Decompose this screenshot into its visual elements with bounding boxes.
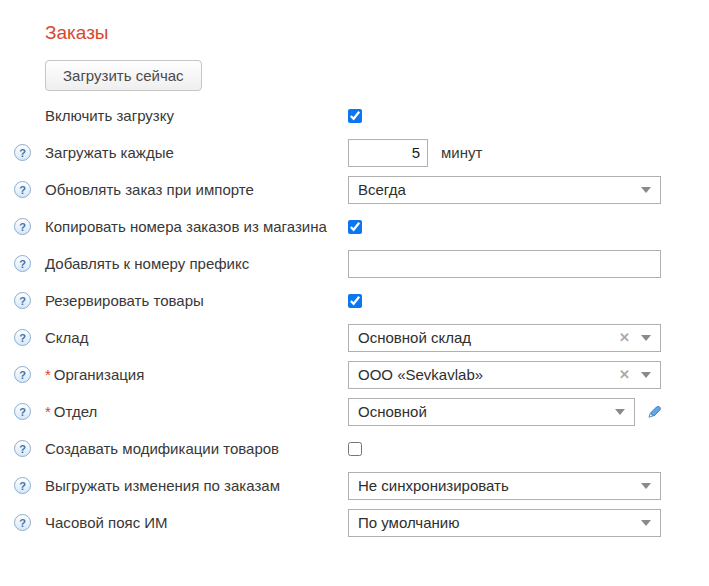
dropdown-arrow-icon[interactable] xyxy=(615,409,625,415)
form-row-export-order-changes: ? Выгружать изменения по заказам Не синх… xyxy=(0,467,709,504)
orders-settings-page: Заказы Загрузить сейчас Включить загрузк… xyxy=(0,0,709,586)
help-icon[interactable]: ? xyxy=(14,181,31,198)
field-label: Копировать номера заказов из магазина xyxy=(45,218,348,235)
department-select[interactable]: Основной xyxy=(348,398,635,426)
form-row-organization: ? *Организация ООО «Sevkavlab» ✕ xyxy=(0,356,709,393)
field-label: Загружать каждые xyxy=(45,144,348,161)
form-row-enable-load: Включить загрузку xyxy=(0,97,709,134)
edit-pencil-icon[interactable] xyxy=(646,403,663,420)
form-row-copy-order-numbers: ? Копировать номера заказов из магазина xyxy=(0,208,709,245)
form-row-reserve-goods: ? Резервировать товары xyxy=(0,282,709,319)
load-interval-input[interactable] xyxy=(348,139,428,167)
select-value: Не синхронизировать xyxy=(358,477,641,494)
reserve-goods-checkbox[interactable] xyxy=(348,294,362,308)
organization-combo[interactable]: ООО «Sevkavlab» ✕ xyxy=(348,361,661,389)
dropdown-arrow-icon[interactable] xyxy=(641,187,651,193)
form-row-update-on-import: ? Обновлять заказ при импорте Всегда xyxy=(0,171,709,208)
clear-icon[interactable]: ✕ xyxy=(619,368,630,381)
dropdown-arrow-icon[interactable] xyxy=(641,372,651,378)
dropdown-arrow-icon[interactable] xyxy=(641,335,651,341)
load-now-button[interactable]: Загрузить сейчас xyxy=(45,60,202,91)
required-asterisk: * xyxy=(45,403,51,420)
field-label: Отдел xyxy=(54,403,97,420)
help-icon[interactable]: ? xyxy=(14,255,31,272)
help-icon[interactable]: ? xyxy=(14,144,31,161)
field-label: Выгружать изменения по заказам xyxy=(45,477,348,494)
select-value: Всегда xyxy=(358,181,641,198)
help-icon[interactable]: ? xyxy=(14,366,31,383)
export-order-changes-select[interactable]: Не синхронизировать xyxy=(348,472,661,500)
field-label: Включить загрузку xyxy=(45,107,348,124)
copy-order-numbers-checkbox[interactable] xyxy=(348,220,362,234)
form-row-load-interval: ? Загружать каждые минут xyxy=(0,134,709,171)
order-prefix-input[interactable] xyxy=(348,250,661,278)
help-icon[interactable]: ? xyxy=(14,403,31,420)
page-title: Заказы xyxy=(45,22,709,44)
shop-timezone-select[interactable]: По умолчанию xyxy=(348,509,661,537)
select-value: Основной xyxy=(358,403,615,420)
form-row-shop-timezone: ? Часовой пояс ИМ По умолчанию xyxy=(0,504,709,541)
interval-unit-label: минут xyxy=(441,144,482,161)
help-icon[interactable]: ? xyxy=(14,440,31,457)
field-label: Резервировать товары xyxy=(45,292,348,309)
field-label: Склад xyxy=(45,329,348,346)
update-order-on-import-select[interactable]: Всегда xyxy=(348,176,661,204)
required-asterisk: * xyxy=(45,366,51,383)
form-row-department: ? *Отдел Основной xyxy=(0,393,709,430)
help-icon[interactable]: ? xyxy=(14,292,31,309)
select-value: По умолчанию xyxy=(358,514,641,531)
field-label: Организация xyxy=(54,366,144,383)
field-label: Добавлять к номеру префикс xyxy=(45,255,348,272)
help-icon[interactable]: ? xyxy=(14,218,31,235)
form-row-order-prefix: ? Добавлять к номеру префикс xyxy=(0,245,709,282)
settings-form: Включить загрузку ? Загружать каждые мин… xyxy=(0,97,709,541)
dropdown-arrow-icon[interactable] xyxy=(641,483,651,489)
clear-icon[interactable]: ✕ xyxy=(619,331,630,344)
form-row-create-modifications: ? Создавать модификации товаров xyxy=(0,430,709,467)
field-label: Часовой пояс ИМ xyxy=(45,514,348,531)
warehouse-combo[interactable]: Основной склад ✕ xyxy=(348,324,661,352)
dropdown-arrow-icon[interactable] xyxy=(641,520,651,526)
field-label: Создавать модификации товаров xyxy=(45,440,348,457)
enable-load-checkbox[interactable] xyxy=(348,109,362,123)
field-label: Обновлять заказ при импорте xyxy=(45,181,348,198)
select-value: ООО «Sevkavlab» xyxy=(358,366,619,383)
form-row-warehouse: ? Склад Основной склад ✕ xyxy=(0,319,709,356)
help-icon[interactable]: ? xyxy=(14,514,31,531)
select-value: Основной склад xyxy=(358,329,619,346)
help-icon[interactable]: ? xyxy=(14,329,31,346)
help-icon[interactable]: ? xyxy=(14,477,31,494)
create-modifications-checkbox[interactable] xyxy=(348,442,362,456)
